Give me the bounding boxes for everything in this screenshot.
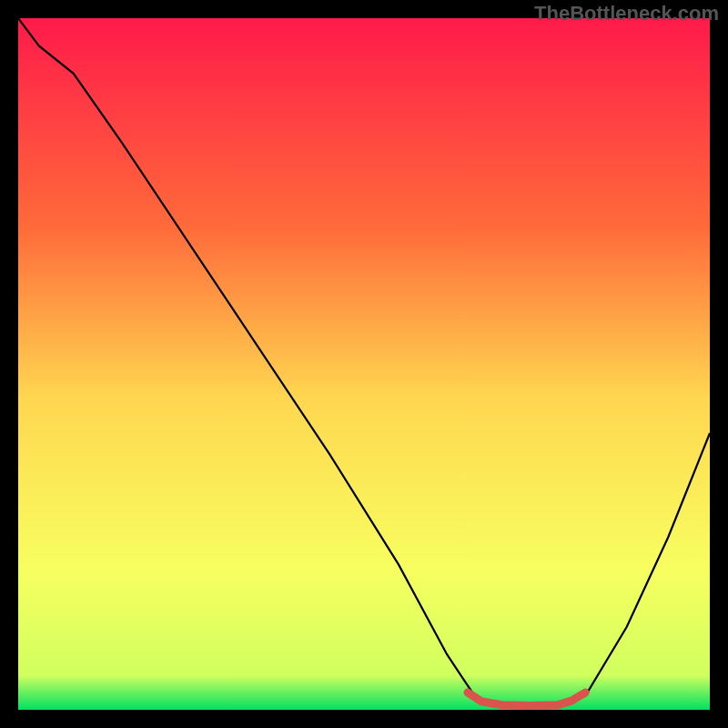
watermark-text: TheBottleneck.com: [534, 2, 719, 25]
gradient-background: [18, 18, 710, 710]
chart-svg: [18, 18, 710, 710]
bottleneck-chart: [18, 18, 710, 710]
